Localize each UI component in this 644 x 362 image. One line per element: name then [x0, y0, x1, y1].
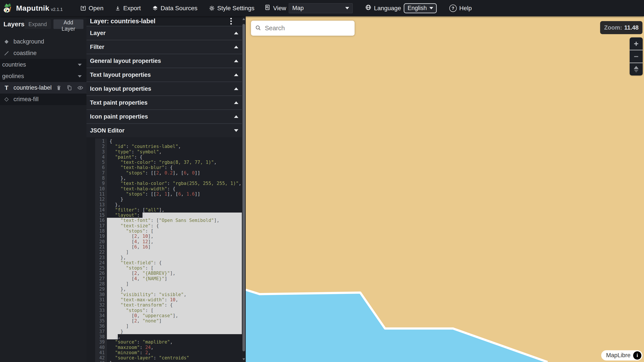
code-line[interactable]: 24 "text-field": {: [95, 260, 242, 265]
code-line[interactable]: 34 [0, "uppercase"],: [95, 313, 242, 318]
help-button[interactable]: Help: [459, 5, 472, 12]
code-line[interactable]: 25 "stops": [: [95, 265, 242, 271]
code-line[interactable]: 14 "filter": ["all"],: [95, 207, 242, 213]
layer-group-countries[interactable]: countries: [0, 59, 86, 71]
section-text-layout[interactable]: Text layout properties: [86, 68, 242, 82]
layer-item-countries-label[interactable]: T countries-label: [0, 82, 86, 94]
eye-icon[interactable]: [77, 85, 84, 91]
layer-item-background[interactable]: background: [0, 36, 86, 47]
code-line[interactable]: 30 "visibility": "visible",: [95, 292, 242, 297]
code-line[interactable]: 23 },: [95, 255, 242, 260]
code-line[interactable]: 21 [6, 16]: [95, 244, 242, 250]
line-number: 7: [95, 170, 107, 175]
section-icon-paint[interactable]: Icon paint properties: [86, 109, 242, 123]
kebab-menu-icon[interactable]: [230, 18, 232, 25]
expand-button[interactable]: Expand: [24, 19, 51, 29]
zoom-out-button[interactable]: [630, 50, 643, 63]
data-sources-label: Data Sources: [160, 5, 198, 12]
code-line[interactable]: 39 "source": "maplibre",: [95, 339, 242, 344]
code-line[interactable]: 1{: [95, 139, 242, 144]
map-canvas[interactable]: Zoom: 11.48 MapLibre i: [246, 16, 644, 362]
code-line[interactable]: 17 "text-size": {: [95, 223, 242, 228]
code-line[interactable]: 12 }: [95, 197, 242, 202]
code-line[interactable]: 43}: [95, 360, 242, 362]
code-line[interactable]: 8 },: [95, 175, 242, 181]
layer-group-geolines[interactable]: geolines: [0, 71, 86, 82]
expand-triangle-icon: [234, 129, 238, 132]
code-line[interactable]: 31 "text-max-width": 10,: [95, 297, 242, 302]
line-number: 34: [95, 313, 107, 318]
code-line[interactable]: 16 "text-font": ["Open Sans Semibold"],: [95, 218, 242, 223]
line-number: 25: [95, 265, 107, 271]
code-line[interactable]: 32 "text-transform": {: [95, 302, 242, 308]
zoom-in-button[interactable]: [630, 37, 643, 50]
code-line[interactable]: 29 },: [95, 286, 242, 292]
editor-scrollbar[interactable]: [242, 16, 246, 362]
layer-item-crimea-fill[interactable]: crimea-fill: [0, 94, 86, 105]
code-line[interactable]: 11 "stops": [[2, 1], [6, 1.6]]: [95, 192, 242, 197]
layers-sidebar: Layers Expand Add Layer background coast…: [0, 16, 86, 362]
data-sources-button[interactable]: Data Sources: [152, 5, 198, 12]
code-line[interactable]: 27 [4, "{NAME}"]: [95, 276, 242, 281]
line-number: 20: [95, 239, 107, 244]
code-lines[interactable]: 1{2 "id": "countries-label",3 "type": "s…: [95, 137, 242, 362]
section-icon-layout[interactable]: Icon layout properties: [86, 82, 242, 95]
duplicate-icon[interactable]: [66, 85, 72, 91]
code-line[interactable]: 20 [4, 12],: [95, 239, 242, 244]
section-json-editor[interactable]: JSON Editor: [86, 123, 242, 137]
layer-editor-panel: Layer: countries-label Layer Filter Gene…: [86, 16, 242, 362]
attribution-link[interactable]: MapLibre: [606, 352, 630, 359]
code-line[interactable]: 4 "paint": {: [95, 154, 242, 160]
info-icon[interactable]: i: [633, 351, 642, 359]
view-select[interactable]: Map: [289, 3, 353, 13]
code-line[interactable]: 37 }: [95, 329, 242, 334]
language-select[interactable]: English: [404, 3, 437, 13]
search-icon: [255, 25, 262, 32]
section-layer[interactable]: Layer: [86, 26, 242, 40]
code-line[interactable]: 33 "stops": [: [95, 308, 242, 313]
add-layer-button[interactable]: Add Layer: [54, 19, 84, 29]
collapse-triangle-icon: [234, 60, 238, 62]
export-button[interactable]: Export: [115, 5, 141, 12]
scroll-down-icon[interactable]: [242, 358, 245, 360]
code-line[interactable]: 6 "text-halo-blur": {: [95, 165, 242, 170]
search-input[interactable]: [264, 24, 351, 32]
line-number: 43: [95, 360, 107, 362]
line-number: 16: [95, 218, 107, 223]
code-line[interactable]: 42 "source-layer": "centroids": [95, 355, 242, 360]
scrollbar-thumb[interactable]: [242, 24, 245, 351]
code-line[interactable]: 3 "type": "symbol",: [95, 149, 242, 154]
code-line[interactable]: 35 [2, "none"]: [95, 318, 242, 323]
line-number: 35: [95, 318, 107, 323]
maputnik-logo-icon: [4, 3, 14, 14]
code-line[interactable]: 28 ]: [95, 281, 242, 286]
code-line[interactable]: 19 [2, 10],: [95, 234, 242, 239]
layer-item-label: countries-label: [14, 84, 52, 91]
open-button[interactable]: Open: [80, 5, 104, 12]
line-number: 30: [95, 292, 107, 297]
code-line[interactable]: 18 "stops": [: [95, 228, 242, 234]
code-line[interactable]: 10 "text-halo-width": {: [95, 186, 242, 192]
layer-item-coastline[interactable]: coastline: [0, 47, 86, 59]
code-line[interactable]: 41 "minzoom": 2,: [95, 350, 242, 355]
code-line[interactable]: 7 "stops": [[2, 0.2], [6, 0]]: [95, 170, 242, 175]
line-number: 6: [95, 165, 107, 170]
code-line[interactable]: 26 [2, "{ABBREV}"],: [95, 271, 242, 276]
pitch-bearing-button[interactable]: [630, 63, 643, 76]
section-general-layout[interactable]: General layout properties: [86, 54, 242, 68]
code-line[interactable]: 38 },: [95, 334, 242, 339]
code-line[interactable]: 36 ]: [95, 323, 242, 329]
code-line[interactable]: 2 "id": "countries-label",: [95, 144, 242, 149]
code-line[interactable]: 9 "text-halo-color": "rgba(255, 255, 255…: [95, 181, 242, 186]
code-line[interactable]: 22 ]: [95, 250, 242, 255]
section-text-paint[interactable]: Text paint properties: [86, 95, 242, 109]
scroll-up-icon[interactable]: [242, 18, 245, 20]
code-line[interactable]: 13 },: [95, 202, 242, 207]
pitch-arrows-icon: [634, 66, 638, 73]
code-line[interactable]: 15 "layout": {: [95, 213, 242, 218]
style-settings-button[interactable]: Style Settings: [209, 5, 254, 12]
code-line[interactable]: 40 "maxzoom": 24,: [95, 345, 242, 350]
trash-icon[interactable]: [56, 85, 62, 91]
code-line[interactable]: 5 "text-color": "rgba(8, 37, 77, 1)",: [95, 160, 242, 165]
section-filter[interactable]: Filter: [86, 40, 242, 54]
